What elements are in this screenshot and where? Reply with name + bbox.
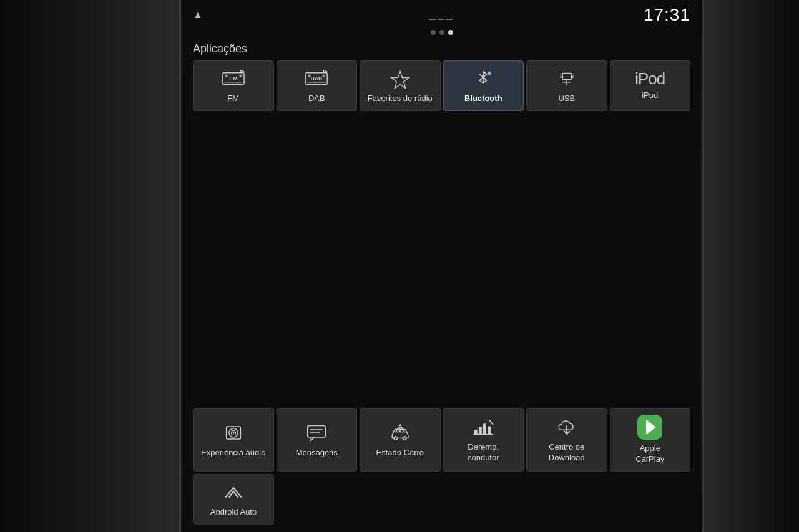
middle-spacer (183, 114, 700, 408)
svg-point-6 (239, 75, 242, 77)
dot-3 (448, 30, 453, 35)
message-svg (304, 422, 329, 444)
fm-icon: FM (221, 67, 246, 90)
radio-favorites-label: Favoritos de rádio (368, 94, 433, 104)
bluetooth-icon (471, 67, 496, 90)
dab-svg: DAB (304, 67, 329, 90)
app-tile-android-auto[interactable]: Android Auto (193, 474, 274, 525)
usb-label: USB (558, 94, 575, 104)
speaker-icon (221, 422, 246, 444)
bluetooth-label: Bluetooth (464, 94, 502, 104)
bottom-row-1: Experiência áudio (183, 408, 700, 472)
app-tile-download-center[interactable]: Centro de Download (526, 408, 607, 472)
top-apps-row: FM FM DAB (183, 60, 700, 111)
carplay-green-box (637, 415, 662, 440)
app-tile-usb[interactable]: USB (526, 60, 607, 111)
car-status-label: Estado Carro (376, 448, 424, 458)
app-tile-dab[interactable]: DAB DAB (277, 60, 358, 111)
svg-line-2 (240, 70, 244, 72)
app-tile-apple-carplay[interactable]: Apple CarPlay (610, 408, 691, 472)
svg-text:DAB: DAB (311, 75, 323, 82)
screen: ▲ ⎯⎯⎯ 17:31 Aplicações (183, 0, 700, 532)
section-title: Aplicações (183, 40, 700, 60)
app-tile-bluetooth[interactable]: Bluetooth (443, 60, 524, 111)
dot-1 (431, 30, 436, 35)
svg-line-9 (324, 70, 328, 72)
svg-rect-35 (479, 427, 482, 434)
bar-chart-icon (471, 416, 496, 438)
app-tile-radio-favorites[interactable]: Favoritos de rádio (360, 60, 441, 111)
svg-point-5 (225, 75, 227, 77)
star-icon (388, 67, 413, 90)
usb-svg (554, 67, 579, 90)
svg-point-24 (232, 432, 234, 433)
car-warning-icon (388, 422, 413, 444)
app-tile-ipod[interactable]: iPod iPod (610, 60, 691, 111)
svg-rect-36 (483, 424, 486, 435)
ipod-label: iPod (642, 90, 658, 101)
cloud-download-icon (554, 416, 579, 438)
app-tile-audio-experience[interactable]: Experiência áudio (193, 408, 274, 472)
time-display: 17:31 (644, 5, 690, 25)
svg-point-15 (488, 72, 491, 75)
bar-chart-svg (471, 416, 496, 438)
car-frame: ▲ ⎯⎯⎯ 17:31 Aplicações (0, 0, 799, 532)
svg-line-39 (489, 420, 493, 425)
svg-rect-26 (308, 425, 326, 437)
svg-point-12 (308, 75, 311, 77)
pagination-dots (183, 27, 700, 40)
hamburger-icon[interactable]: ⎯⎯⎯ (429, 7, 454, 21)
ipod-text: iPod (635, 70, 665, 87)
android-auto-svg (221, 481, 246, 503)
app-tile-car-status[interactable]: Estado Carro (360, 408, 441, 472)
signal-icon: ▲ (193, 9, 203, 21)
message-icon (304, 422, 329, 444)
svg-rect-37 (488, 427, 491, 435)
apple-carplay-label: Apple CarPlay (635, 443, 664, 465)
car-warning-svg (388, 422, 413, 444)
svg-point-13 (323, 75, 325, 77)
android-auto-icon (221, 481, 246, 503)
right-bezel (702, 0, 799, 532)
app-tile-messages[interactable]: Mensagens (277, 408, 358, 472)
bluetooth-svg (471, 67, 496, 90)
svg-rect-16 (562, 73, 571, 79)
star-svg (388, 67, 413, 90)
svg-point-33 (400, 430, 401, 432)
carplay-play-icon (646, 420, 656, 435)
svg-marker-14 (391, 72, 409, 89)
ipod-icon: iPod (635, 70, 665, 87)
svg-point-25 (233, 426, 234, 427)
bottom-rows: Experiência áudio (183, 408, 700, 532)
top-bar: ▲ ⎯⎯⎯ 17:31 (183, 0, 700, 27)
dot-2 (439, 30, 444, 35)
left-bezel (0, 0, 181, 532)
bottom-row-2: Android Auto (183, 474, 700, 525)
cloud-download-svg (554, 416, 579, 438)
signal-area: ▲ (193, 9, 203, 21)
messages-label: Mensagens (296, 448, 338, 458)
dab-icon: DAB (304, 67, 329, 90)
app-tile-fm[interactable]: FM FM (193, 60, 274, 111)
usb-icon (554, 67, 579, 90)
fm-svg: FM (221, 67, 246, 90)
download-center-label: Centro de Download (549, 442, 585, 463)
android-auto-label: Android Auto (210, 507, 257, 518)
audio-experience-label: Experiência áudio (201, 448, 265, 458)
driver-performance-label: Deremp. condutor (468, 442, 499, 463)
app-tile-driver-performance[interactable]: Deremp. condutor (443, 408, 524, 472)
svg-text:FM: FM (229, 75, 238, 82)
speaker-svg (221, 422, 246, 444)
carplay-icon (637, 415, 662, 440)
fm-label: FM (227, 94, 239, 104)
dab-label: DAB (308, 94, 325, 104)
svg-rect-34 (474, 430, 478, 435)
